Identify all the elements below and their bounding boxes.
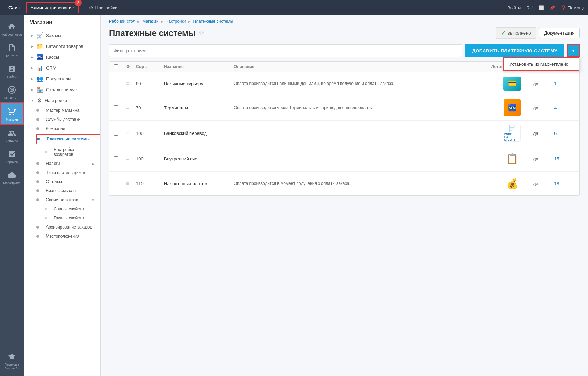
terminal-logo-icon: 🏧 bbox=[504, 99, 521, 116]
drag-handle-icon[interactable]: ≡ bbox=[126, 181, 136, 186]
top-bar: Сайт Администрирование 2 ⚙ Настройки Вый… bbox=[0, 0, 588, 15]
sidebar-item-bitrix24[interactable]: Переход в Битрикс24 bbox=[0, 348, 24, 376]
sidebar-item-order-props[interactable]: Свойства заказа ▼ bbox=[36, 195, 100, 204]
admin-tab[interactable]: Администрирование bbox=[26, 2, 79, 13]
cod-logo-icon: 💰 bbox=[503, 176, 521, 191]
payment-logo: 💳 bbox=[491, 77, 533, 91]
favorite-star-icon[interactable]: ☆ bbox=[199, 29, 204, 37]
row-checkbox[interactable] bbox=[114, 131, 118, 136]
count-link[interactable]: 6 bbox=[554, 131, 557, 136]
sidebar-item-companies[interactable]: Компании bbox=[36, 124, 100, 133]
sidebar-item-statuses[interactable]: Статусы bbox=[36, 177, 100, 186]
sidebar-item-locations[interactable]: Местоположения bbox=[36, 232, 100, 241]
warehouse-icon: 🏪 bbox=[36, 86, 43, 93]
table-row: ≡ 70 Терминалы Оплата производится через… bbox=[109, 95, 579, 121]
payment-name[interactable]: Банковский перевод bbox=[164, 131, 234, 136]
breadcrumb-shop[interactable]: Магазин bbox=[142, 19, 158, 24]
breadcrumb-current[interactable]: Платежные системы bbox=[193, 19, 233, 24]
drag-handle-icon[interactable]: ≡ bbox=[126, 81, 136, 86]
sidebar-item-settings-group[interactable]: ▼ ⚙ Настройки bbox=[24, 95, 100, 106]
active-value: да bbox=[533, 105, 554, 110]
sidebar-item-warehouse[interactable]: ▶ 🏪 Складской учет bbox=[24, 84, 100, 95]
count-link[interactable]: 1 bbox=[554, 81, 557, 86]
language-selector[interactable]: RU bbox=[526, 5, 533, 10]
chevron-right-icon: ▶ bbox=[31, 77, 34, 81]
page-header: Платежные системы ☆ ✔ выполнено Документ… bbox=[101, 27, 588, 44]
sidebar-item-shop[interactable]: Магазин bbox=[0, 102, 24, 125]
documentation-button[interactable]: Документация bbox=[539, 28, 580, 38]
row-checkbox[interactable] bbox=[114, 81, 118, 86]
site-button[interactable]: Сайт bbox=[3, 0, 26, 15]
clients-icon bbox=[7, 128, 17, 138]
bullet-icon bbox=[36, 189, 39, 192]
sites-icon bbox=[7, 64, 17, 74]
add-payment-button[interactable]: ДОБАВИТЬ ПЛАТЕЖНУЮ СИСТЕМУ bbox=[465, 44, 564, 57]
breadcrumb-dashboard[interactable]: Рабочий стол bbox=[109, 19, 135, 24]
sidebar-item-payments[interactable]: Платежные системы bbox=[36, 134, 100, 144]
sidebar-item-content[interactable]: Контент bbox=[0, 39, 24, 60]
screen-icon[interactable]: ⬜ bbox=[538, 5, 544, 10]
sidebar-item-catalogs[interactable]: ▶ 📁 Каталоги товаров bbox=[24, 41, 100, 52]
sidebar-item-buyers[interactable]: ▶ 👥 Покупатели bbox=[24, 73, 100, 84]
sidebar-item-taxes[interactable]: Налоги ▶ bbox=[36, 159, 100, 168]
sidebar-item-delivery[interactable]: Службы доставки bbox=[36, 115, 100, 124]
desc-header: Описание bbox=[234, 64, 491, 69]
payment-name[interactable]: Внутренний счет bbox=[164, 156, 234, 161]
sidebar-item-clients[interactable]: Клиенты bbox=[0, 125, 24, 146]
gear-icon: ⚙ bbox=[89, 5, 93, 10]
sidebar-item-sites[interactable]: Сайты bbox=[0, 60, 24, 81]
sidebar-item-props-groups[interactable]: Группы свойств bbox=[45, 214, 100, 223]
payment-name[interactable]: Наличные курьеру bbox=[164, 81, 234, 86]
settings-button[interactable]: ⚙ Настройки bbox=[85, 5, 122, 10]
sidebar-item-crm[interactable]: ▶ 📊 CRM bbox=[24, 63, 100, 73]
sidebar-item-archiving[interactable]: Архивирование заказов bbox=[36, 223, 100, 232]
pin-icon[interactable]: 📌 bbox=[550, 5, 555, 10]
sidebar-item-refunds[interactable]: Настройка возвратов bbox=[36, 145, 100, 159]
drag-handle-icon[interactable]: ≡ bbox=[126, 105, 136, 110]
select-all-checkbox[interactable] bbox=[114, 64, 118, 69]
filter-search-input[interactable] bbox=[109, 44, 462, 57]
sidebar-item-services[interactable]: Сервисы bbox=[0, 146, 24, 167]
dropdown-menu: Установить из Маркетплейс bbox=[503, 57, 580, 71]
sidebar-item-business[interactable]: Бизнес смыслы bbox=[36, 186, 100, 195]
breadcrumb-settings[interactable]: Настройки bbox=[166, 19, 186, 24]
shop-icon bbox=[7, 107, 17, 116]
bullet-icon bbox=[36, 118, 39, 121]
drag-handle-icon[interactable]: ≡ bbox=[126, 130, 136, 136]
active-value: да bbox=[533, 131, 554, 136]
dropdown-toggle-button[interactable]: ▼ bbox=[567, 44, 580, 57]
help-button[interactable]: ❓ Помощь bbox=[561, 5, 585, 10]
chevron-right-icon: ▶ bbox=[31, 44, 34, 48]
bullet-icon bbox=[36, 180, 39, 183]
sidebar-item-payer-types[interactable]: Типы плательщиков bbox=[36, 168, 100, 177]
sidebar-item-marketing[interactable]: Маркетинг bbox=[0, 81, 24, 102]
row-checkbox-cell bbox=[114, 156, 126, 161]
payment-name[interactable]: Терминалы bbox=[164, 105, 234, 110]
sidebar-item-cash[interactable]: ▶ 🏧 Кассы bbox=[24, 52, 100, 63]
row-checkbox[interactable] bbox=[114, 156, 118, 161]
bullet-icon bbox=[45, 151, 47, 153]
logout-button[interactable]: Выйти bbox=[507, 5, 521, 10]
bank-logo-icon: 📄 СЧЕТНА ОПЛАТУ bbox=[504, 125, 521, 142]
install-from-marketplace-option[interactable]: Установить из Маркетплейс bbox=[503, 57, 579, 71]
sidebar-item-orders[interactable]: ▶ 🛒 Заказы bbox=[24, 30, 100, 41]
count-link[interactable]: 15 bbox=[554, 156, 559, 161]
icon-sidebar: Рабочий стол Контент Сайты Маркетинг Маг bbox=[0, 15, 24, 376]
sidebar-item-dashboard[interactable]: Рабочий стол bbox=[0, 18, 24, 39]
settings-icon: ⚙ bbox=[37, 97, 42, 104]
payment-name[interactable]: Наложенный платеж bbox=[164, 181, 234, 186]
orders-icon: 🛒 bbox=[36, 32, 43, 39]
count-link[interactable]: 4 bbox=[554, 105, 557, 110]
sidebar-item-marketplace[interactable]: Marketplace bbox=[0, 167, 24, 188]
sidebar-item-props-list[interactable]: Список свойств bbox=[45, 204, 100, 214]
payment-logo: 📋 bbox=[491, 150, 533, 167]
sort-value: 100 bbox=[136, 131, 164, 136]
sidebar-item-master[interactable]: Мастер магазина bbox=[36, 106, 100, 115]
count-link[interactable]: 18 bbox=[554, 181, 559, 186]
drag-handle-icon[interactable]: ≡ bbox=[126, 156, 136, 161]
row-checkbox[interactable] bbox=[114, 105, 118, 110]
checkmark-icon: ✔ bbox=[501, 30, 506, 36]
table-row: ≡ 100 Внутренний счет 📋 да 15 bbox=[109, 146, 579, 172]
active-value: да bbox=[533, 156, 554, 161]
row-checkbox[interactable] bbox=[114, 181, 118, 186]
